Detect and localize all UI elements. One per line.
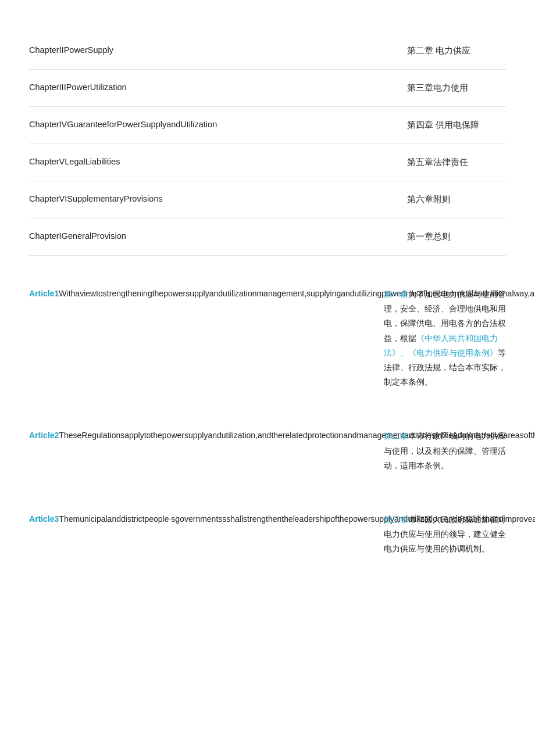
article-3-section: Article3Themunicipalanddistrictpeople·sg…	[29, 502, 506, 567]
divider-5	[29, 218, 506, 218]
toc-en-3: ChapterIVGuaranteeforPowerSupplyandUtili…	[29, 120, 320, 129]
article-3-label-zh: 第三条	[384, 515, 408, 524]
article-1-en: Article1Withaviewtostrengtheningthepower…	[29, 287, 326, 300]
spacer-3	[29, 400, 506, 409]
toc-zh-6: 第一章总则	[390, 231, 506, 242]
toc-en-1: ChapterIIPowerSupply	[29, 45, 320, 55]
toc-zh-5: 第六章附则	[390, 194, 506, 205]
divider-6	[29, 255, 506, 256]
toc-row-2: ChapterIIIPowerUtilization 第三章电力使用	[29, 72, 506, 104]
divider-1	[29, 69, 506, 70]
article-1-zh: 第一条为了加强电力供应与使用管理，安全、经济、合理地供电和用电，保障供电、用电各…	[378, 287, 506, 389]
toc-en-6: ChapterIGeneralProvision	[29, 231, 320, 241]
article-1-section: Article1Withaviewtostrengtheningthepower…	[29, 277, 506, 400]
toc-row-1: ChapterIIPowerSupply 第二章 电力供应	[29, 35, 506, 67]
toc-zh-1: 第二章 电力供应	[390, 45, 506, 56]
divider-4	[29, 181, 506, 181]
divider-2	[29, 106, 506, 107]
spacer-5	[29, 483, 506, 493]
toc-row-6: ChapterIGeneralProvision 第一章总则	[29, 221, 506, 253]
article-2-zh: 第二条本市行政区域内的电力供应与使用，以及相关的保障、管理活动，适用本条例。	[378, 429, 506, 473]
article-3-zh: 第三条市和区人民政府应当加强对电力供应与使用的领导，建立健全电力供应与使用的协调…	[378, 513, 506, 557]
spacer-2	[29, 267, 506, 277]
toc-row-3: ChapterIVGuaranteeforPowerSupplyandUtili…	[29, 109, 506, 141]
toc-zh-2: 第三章电力使用	[390, 83, 506, 94]
article-3-en: Article3Themunicipalanddistrictpeople·sg…	[29, 513, 326, 525]
toc-row-5: ChapterVISupplementaryProvisions 第六章附则	[29, 184, 506, 216]
toc-zh-3: 第四章 供用电保障	[390, 120, 506, 131]
toc-zh-4: 第五章法律责任	[390, 157, 506, 168]
toc-en-2: ChapterIIIPowerUtilization	[29, 83, 320, 92]
article-1-label-en: Article1	[29, 289, 59, 298]
article-3-label-en: Article3	[29, 514, 59, 524]
spacer-4	[29, 409, 506, 418]
article-2-label-en: Article2	[29, 431, 59, 440]
divider-3	[29, 144, 506, 144]
toc-en-4: ChapterVLegalLiabilities	[29, 157, 320, 166]
spacer-6	[29, 493, 506, 502]
article-2-section: Article2TheseRegulationsapplytothepowers…	[29, 418, 506, 483]
spacer-1	[29, 258, 506, 267]
article-2-label-zh: 第二条	[384, 431, 408, 440]
toc-row-4: ChapterVLegalLiabilities 第五章法律责任	[29, 146, 506, 178]
page-content: ChapterIIPowerSupply 第二章 电力供应 ChapterIII…	[29, 35, 506, 567]
article-2-en: Article2TheseRegulationsapplytothepowers…	[29, 429, 326, 442]
toc-en-5: ChapterVISupplementaryProvisions	[29, 194, 320, 203]
article-1-label-zh: 第一条	[384, 289, 408, 299]
